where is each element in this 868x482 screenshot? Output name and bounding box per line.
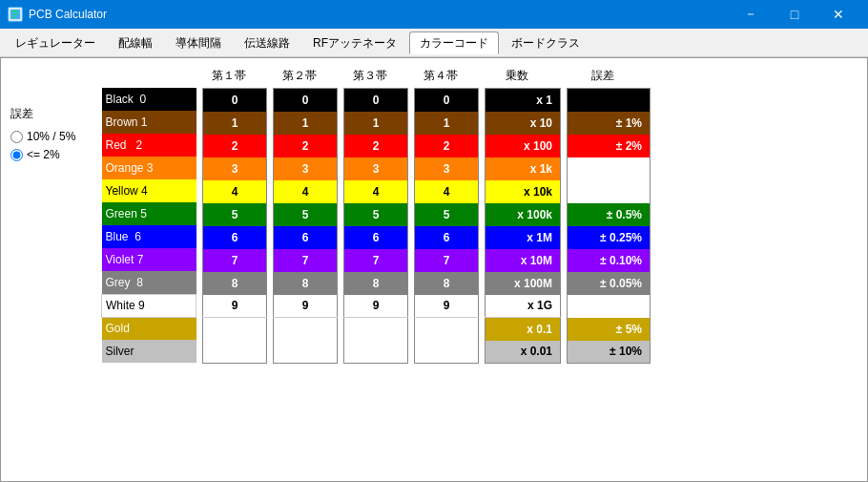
table-row: ± 0.5% [568,203,651,226]
header-band1: 第１帯 [196,68,261,84]
table-row: 1 [203,112,267,135]
table-row: Orange 3 [102,157,196,179]
table-row [274,318,338,341]
header-tolerance: 誤差 [561,68,645,84]
table-row: 0 [203,89,267,112]
header-band3: 第３帯 [338,68,403,84]
band2-table: 0 1 2 3 4 5 6 7 8 9 [273,88,338,364]
table-row: Red 2 [102,134,196,157]
menu-tab-伝送線路[interactable]: 伝送線路 [234,31,300,54]
table-row: x 0.01 [486,341,561,364]
table-row [344,341,408,364]
main-content: 誤差 10% / 5% <= 2% 第１帯 第２帯 第３帯 第４帯 乗数 誤差 [0,57,868,482]
menu-tab-レギュレーター[interactable]: レギュレーター [5,31,106,54]
table-row: 3 [415,157,479,180]
minimize-button[interactable]: － [729,0,773,29]
table-row: 3 [344,157,408,180]
table-row [568,157,651,180]
app-title: PCB Calculator [29,8,729,21]
table-row: Violet 7 [102,248,196,271]
radio-2[interactable]: <= 2% [10,148,96,161]
menu-tab-カラーコード[interactable]: カラーコード [409,31,499,54]
tolerance-label: 誤差 [10,106,96,122]
menu-tab-配線幅[interactable]: 配線幅 [108,31,163,54]
table-row: ± 10% [568,341,651,364]
table-row: x 100M [486,272,561,295]
title-bar: PCB Calculator － □ ✕ [0,0,868,29]
table-row: x 100 [486,135,561,157]
table-row: 2 [274,135,338,157]
table-row [568,180,651,203]
table-row: 6 [274,226,338,249]
band3-table: 0 1 2 3 4 5 6 7 8 9 [343,88,408,364]
table-row: 3 [274,157,338,180]
table-row: 0 [344,89,408,112]
table-row: 5 [344,203,408,226]
table-row [415,341,479,364]
table-row: ± 5% [568,318,651,341]
radio-group: 10% / 5% <= 2% [10,130,96,161]
table-row: 1 [274,112,338,135]
table-row: 0 [274,89,338,112]
table-row: 1 [415,112,479,135]
radio-10-5-label: 10% / 5% [27,130,75,143]
table-row: x 100k [486,203,561,226]
left-panel: 誤差 10% / 5% <= 2% [10,68,101,472]
table-row: Yellow 4 [102,179,196,202]
table-row: Grey 8 [102,271,196,294]
table-row: 9 [344,295,408,318]
table-row [415,318,479,341]
table-row: 2 [415,135,479,157]
table-row: 2 [203,135,267,157]
table-row: 4 [203,180,267,203]
table-row: 8 [203,272,267,295]
table-row: White 9 [102,294,196,317]
table-row: 5 [203,203,267,226]
table-row: 9 [274,295,338,318]
menu-tab-導体間隔[interactable]: 導体間隔 [165,31,232,54]
table-row: Black 0 [102,88,196,111]
radio-2-label: <= 2% [27,148,60,161]
maximize-button[interactable]: □ [773,0,816,29]
table-row: 9 [203,295,267,318]
table-row: Blue 6 [102,225,196,248]
table-row: x 10M [486,249,561,272]
table-row: 0 [415,89,479,112]
table-row: 5 [415,203,479,226]
header-multiplier: 乗数 [479,68,555,84]
table-row: x 1G [486,295,561,318]
table-row: 6 [344,226,408,249]
table-row [274,341,338,364]
table-row: Silver [102,340,196,363]
table-row: 8 [415,272,479,295]
table-row: Brown 1 [102,111,196,134]
table-row: 7 [344,249,408,272]
menu-tab-ボードクラス[interactable]: ボードクラス [501,31,590,54]
app-icon [8,7,23,22]
table-row: 6 [203,226,267,249]
table-row: 9 [415,295,479,318]
table-row: 4 [344,180,408,203]
radio-2-input[interactable] [10,149,23,161]
table-row: x 1 [486,89,561,112]
radio-10-5[interactable]: 10% / 5% [10,130,96,143]
label-table: Black 0 Brown 1 Red 2 Orange 3 Yellow 4 … [101,88,196,363]
table-row: ± 1% [568,112,651,135]
radio-10-5-input[interactable] [10,131,23,143]
table-row: x 1k [486,157,561,180]
tables-row: Black 0 Brown 1 Red 2 Orange 3 Yellow 4 … [101,88,858,364]
table-row: 7 [203,249,267,272]
table-row: 5 [274,203,338,226]
table-row [203,318,267,341]
column-headers: 第１帯 第２帯 第３帯 第４帯 乗数 誤差 [101,68,858,84]
menu-tab-RFアッテネータ[interactable]: RFアッテネータ [302,31,407,54]
table-row: x 0.1 [486,318,561,341]
table-row [568,89,651,112]
table-row: Gold [102,317,196,340]
table-row: 8 [344,272,408,295]
band1-table: 0 1 2 3 4 5 6 7 8 9 [202,88,267,364]
table-row: 4 [274,180,338,203]
table-row: Green 5 [102,202,196,225]
window-controls: － □ ✕ [729,0,860,29]
close-button[interactable]: ✕ [816,0,860,29]
